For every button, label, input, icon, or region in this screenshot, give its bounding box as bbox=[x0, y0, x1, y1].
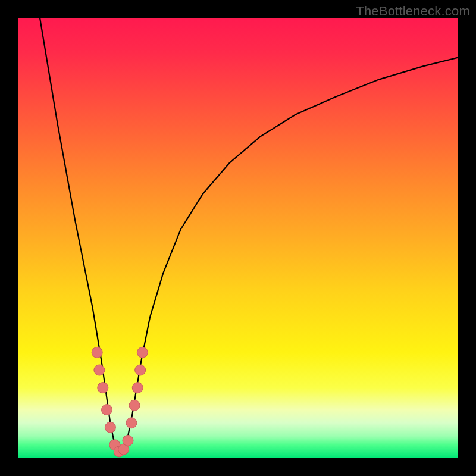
marker-point bbox=[137, 347, 148, 358]
marker-point bbox=[129, 400, 140, 411]
marker-point bbox=[123, 435, 133, 446]
marker-point bbox=[94, 365, 105, 375]
marker-point bbox=[135, 365, 146, 375]
marker-point bbox=[132, 383, 143, 393]
marker-point bbox=[102, 405, 112, 415]
chart-frame: TheBottleneck.com bbox=[0, 0, 476, 476]
chart-svg bbox=[18, 18, 458, 458]
plot-area bbox=[18, 18, 458, 458]
marker-point bbox=[105, 422, 115, 433]
watermark-text: TheBottleneck.com bbox=[356, 4, 470, 19]
marker-point bbox=[126, 418, 137, 428]
marker-point bbox=[92, 347, 102, 358]
marker-point bbox=[98, 383, 108, 393]
marker-group bbox=[92, 347, 148, 457]
